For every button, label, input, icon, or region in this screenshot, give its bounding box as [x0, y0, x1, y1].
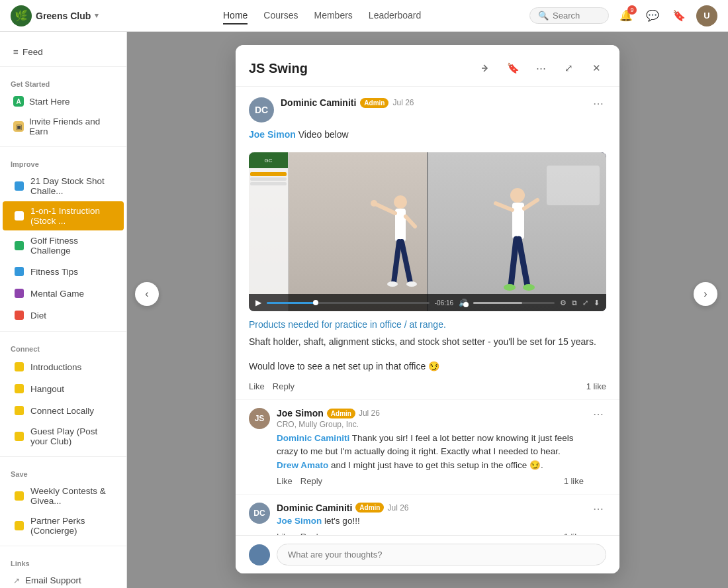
search-box[interactable]: 🔍 Search — [529, 7, 609, 24]
brand-name: Greens Club — [36, 11, 91, 21]
nav-links: Home Courses Members Leaderboard — [114, 7, 529, 24]
nav-home[interactable]: Home — [223, 7, 248, 24]
feed-icon: ≡ — [13, 47, 19, 53]
search-label: Search — [553, 11, 580, 21]
search-icon: 🔍 — [538, 11, 549, 21]
notifications-icon[interactable]: 🔔 9 — [617, 7, 635, 25]
feed-label: Feed — [23, 47, 43, 53]
modal-header: JS Swing 🔖 ⋯ ⤢ ✕ — [236, 45, 619, 53]
sidebar: ≡ Feed Get Started A Start Here ▣ Invite… — [0, 32, 127, 53]
top-navigation: 🌿 Greens Club ▾ Home Courses Members Lea… — [0, 0, 728, 32]
nav-courses[interactable]: Courses — [263, 7, 298, 24]
post-modal: JS Swing 🔖 ⋯ ⤢ ✕ DC Dominic Caminiti Adm… — [236, 45, 619, 53]
nav-right-section: 🔍 Search 🔔 9 💬 🔖 U — [529, 5, 717, 26]
bookmark-icon[interactable]: 🔖 — [670, 7, 688, 25]
nav-members[interactable]: Members — [314, 7, 352, 24]
brand-logo[interactable]: 🌿 Greens Club ▾ — [11, 5, 99, 26]
brand-chevron: ▾ — [95, 11, 99, 20]
logo-icon: 🌿 — [11, 5, 32, 26]
user-avatar[interactable]: U — [696, 5, 717, 26]
messages-icon[interactable]: 💬 — [643, 7, 662, 25]
notification-badge: 9 — [627, 5, 637, 15]
modal-overlay[interactable]: JS Swing 🔖 ⋯ ⤢ ✕ DC Dominic Caminiti Adm… — [127, 32, 728, 53]
nav-leaderboard[interactable]: Leaderboard — [369, 7, 421, 24]
sidebar-item-feed[interactable]: ≡ Feed — [3, 43, 124, 53]
